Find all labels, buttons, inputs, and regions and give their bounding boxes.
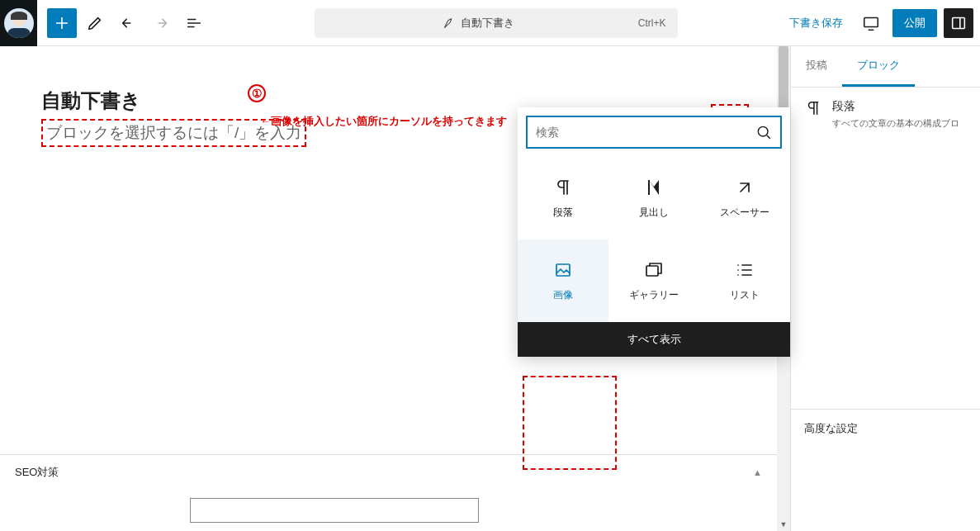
seo-panel-title: SEO対策	[15, 465, 59, 480]
undo-button[interactable]	[113, 8, 143, 38]
paragraph-icon	[553, 178, 573, 197]
seo-input[interactable]	[190, 498, 479, 523]
tab-block[interactable]: ブロック	[842, 46, 915, 87]
settings-toggle-button[interactable]	[944, 8, 973, 38]
desktop-icon	[862, 14, 880, 32]
preview-button[interactable]	[856, 8, 886, 38]
undo-icon	[119, 14, 137, 32]
advanced-settings-toggle[interactable]: 高度な設定	[791, 409, 980, 448]
tab-post[interactable]: 投稿	[791, 46, 842, 87]
inserter-search-wrap	[526, 116, 782, 149]
plus-icon	[53, 14, 71, 32]
document-title-button[interactable]: 自動下書き Ctrl+K	[315, 8, 678, 38]
site-avatar-button[interactable]	[0, 0, 37, 46]
redo-icon	[152, 14, 170, 32]
paragraph-icon	[804, 99, 822, 117]
seo-panel: SEO対策 ▲	[0, 454, 777, 531]
svg-point-2	[758, 126, 768, 136]
settings-sidebar: 投稿 ブロック 段落 すべての文章の基本の構成ブロ 高度な設定	[790, 46, 980, 531]
block-grid: 段落 見出し スペーサー 画像 ギャラリー リスト	[518, 157, 790, 322]
annotation-1-number: ①	[248, 84, 266, 102]
block-inserter-popover: 段落 見出し スペーサー 画像 ギャラリー リスト すべて表示	[518, 107, 790, 357]
block-option-image[interactable]: 画像	[518, 239, 608, 322]
pencil-icon	[86, 14, 104, 32]
inserter-search-input[interactable]	[536, 126, 755, 139]
outline-icon	[185, 14, 203, 32]
avatar	[4, 8, 34, 38]
svg-rect-4	[646, 266, 658, 276]
gallery-icon	[644, 260, 664, 280]
editor-toolbar: 自動下書き Ctrl+K 下書き保存 公開	[0, 0, 980, 46]
scroll-down-arrow[interactable]: ▼	[777, 518, 790, 531]
block-summary: 段落 すべての文章の基本の構成ブロ	[791, 88, 980, 136]
toolbar-right-actions: 下書き保存 公開	[783, 8, 973, 38]
svg-rect-3	[556, 264, 570, 276]
shortcut-hint: Ctrl+K	[638, 17, 666, 29]
spacer-icon	[735, 178, 755, 197]
heading-icon	[644, 178, 664, 197]
document-overview-button[interactable]	[179, 8, 209, 38]
sidebar-tabs: 投稿 ブロック	[791, 46, 980, 88]
block-option-paragraph[interactable]: 段落	[518, 157, 608, 239]
block-description: すべての文章の基本の構成ブロ	[832, 117, 959, 130]
sidebar-icon	[949, 14, 968, 32]
block-option-gallery[interactable]: ギャラリー	[608, 239, 699, 322]
block-name: 段落	[832, 99, 959, 114]
annotation-1-text: ←画像を挿入したい箇所にカーソルを持ってきます	[260, 114, 507, 129]
svg-rect-0	[864, 17, 878, 26]
list-icon	[735, 260, 755, 280]
collapse-icon: ▲	[753, 467, 762, 477]
block-option-list[interactable]: リスト	[699, 239, 790, 322]
search-icon	[755, 124, 772, 140]
document-title-text: 自動下書き	[461, 16, 514, 31]
image-icon	[553, 260, 573, 280]
seo-panel-header[interactable]: SEO対策 ▲	[0, 455, 777, 490]
block-option-spacer[interactable]: スペーサー	[699, 157, 790, 239]
publish-button[interactable]: 公開	[892, 9, 937, 37]
redo-button[interactable]	[146, 8, 176, 38]
show-all-blocks-button[interactable]: すべて表示	[518, 322, 790, 357]
post-icon	[443, 17, 456, 30]
save-draft-button[interactable]: 下書き保存	[783, 11, 850, 36]
block-option-heading[interactable]: 見出し	[608, 157, 699, 239]
seo-panel-body	[0, 490, 777, 531]
block-inserter-button[interactable]	[47, 8, 77, 38]
svg-rect-1	[953, 17, 965, 28]
edit-mode-button[interactable]	[80, 8, 110, 38]
document-title-bar: 自動下書き Ctrl+K	[212, 8, 779, 38]
